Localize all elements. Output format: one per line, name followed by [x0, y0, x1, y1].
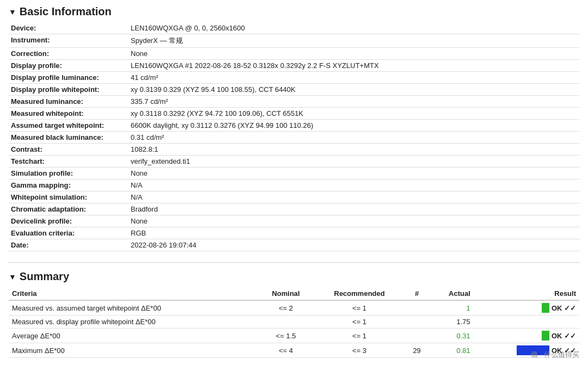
- table-row: Measured vs. display profile whitepoint …: [9, 315, 579, 329]
- actual-cell: 0.31: [428, 329, 474, 343]
- col-result: Result: [474, 287, 579, 300]
- basic-info-section: ▼ Basic Information Device: LEN160WQXGA …: [9, 5, 579, 251]
- recommended-cell: <= 1: [314, 329, 406, 343]
- table-row: Measured black luminance: 0.31 cd/m²: [9, 132, 579, 144]
- row-label: Instrument:: [9, 34, 128, 48]
- basic-info-table: Device: LEN160WQXGA @ 0, 0, 2560x1600 In…: [9, 22, 579, 251]
- row-value: None: [128, 215, 579, 227]
- col-hash: #: [405, 287, 428, 300]
- table-row: Correction: None: [9, 48, 579, 60]
- table-row: Gamma mapping: N/A: [9, 180, 579, 191]
- nominal-cell: <= 4: [258, 343, 313, 358]
- table-row: Measured luminance: 335.7 cd/m²: [9, 96, 579, 108]
- col-criteria: Criteria: [9, 287, 258, 300]
- basic-info-title: ▼ Basic Information: [9, 5, 579, 18]
- row-label: Display profile luminance:: [9, 72, 128, 84]
- recommended-cell: <= 1: [314, 315, 406, 329]
- hash-cell: [405, 329, 428, 343]
- row-value: N/A: [128, 191, 579, 203]
- table-row: Devicelink profile: None: [9, 215, 579, 227]
- collapse-triangle-basic[interactable]: ▼: [9, 8, 16, 16]
- row-value: Bradford: [128, 203, 579, 215]
- row-value: RGB: [128, 227, 579, 239]
- row-label: Whitepoint simulation:: [9, 191, 128, 203]
- row-value: 41 cd/m²: [128, 72, 579, 84]
- hash-cell: 29: [405, 343, 428, 358]
- row-label: Correction:: [9, 48, 128, 60]
- summary-table: Criteria Nominal Recommended # Actual Re…: [9, 287, 579, 358]
- row-label: Display profile:: [9, 60, 128, 72]
- row-label: Evaluation criteria:: [9, 227, 128, 239]
- table-row: Simulation profile: None: [9, 168, 579, 180]
- row-value: 6600K daylight, xy 0.3112 0.3276 (XYZ 94…: [128, 120, 579, 132]
- result-text: OK ✓✓: [552, 304, 576, 312]
- row-label: Simulation profile:: [9, 168, 128, 180]
- row-label: Date:: [9, 239, 128, 251]
- table-row: Average ΔE*00 <= 1.5 <= 1 0.31 OK ✓✓: [9, 329, 579, 343]
- result-ok: OK ✓✓: [477, 331, 576, 341]
- criteria-cell: Average ΔE*00: [9, 329, 258, 343]
- row-value: SpyderX — 常规: [128, 34, 579, 48]
- summary-title: ▼ Summary: [9, 270, 579, 283]
- row-label: Gamma mapping:: [9, 180, 128, 191]
- row-label: Display profile whitepoint:: [9, 84, 128, 96]
- table-row: Contrast: 1082.8:1: [9, 144, 579, 156]
- table-row: Measured whitepoint: xy 0.3118 0.3292 (X…: [9, 108, 579, 120]
- result-text: OK ✓✓: [552, 332, 576, 340]
- table-row: Assumed target whitepoint: 6600K dayligh…: [9, 120, 579, 132]
- result-cell: OK ✓✓: [474, 329, 579, 343]
- col-nominal: Nominal: [258, 287, 313, 300]
- table-row: Instrument: SpyderX — 常规: [9, 34, 579, 48]
- table-row: Display profile whitepoint: xy 0.3139 0.…: [9, 84, 579, 96]
- footer-logo: 值 · 什么值得买: [531, 350, 579, 360]
- row-value: 0.31 cd/m²: [128, 132, 579, 144]
- row-value: xy 0.3139 0.329 (XYZ 95.4 100 108.55), C…: [128, 84, 579, 96]
- collapse-triangle-summary[interactable]: ▼: [9, 273, 16, 281]
- table-row: Whitepoint simulation: N/A: [9, 191, 579, 203]
- nominal-cell: [258, 315, 313, 329]
- criteria-cell: Measured vs. assumed target whitepoint Δ…: [9, 300, 258, 315]
- table-row: Date: 2022-08-26 19:07:44: [9, 239, 579, 251]
- row-value: N/A: [128, 180, 579, 191]
- col-actual: Actual: [428, 287, 474, 300]
- row-label: Measured black luminance:: [9, 132, 128, 144]
- row-value: xy 0.3118 0.3292 (XYZ 94.72 100 109.06),…: [128, 108, 579, 120]
- row-value: 335.7 cd/m²: [128, 96, 579, 108]
- nominal-cell: <= 1.5: [258, 329, 313, 343]
- summary-section: ▼ Summary Criteria Nominal Recommended #…: [9, 270, 579, 365]
- table-row: Display profile: LEN160WQXGA #1 2022-08-…: [9, 60, 579, 72]
- hash-cell: [405, 300, 428, 315]
- row-label: Chromatic adaptation:: [9, 203, 128, 215]
- row-label: Devicelink profile:: [9, 215, 128, 227]
- result-bar-green: [542, 331, 549, 341]
- table-row: Chromatic adaptation: Bradford: [9, 203, 579, 215]
- result-cell: OK ✓✓: [474, 300, 579, 315]
- table-row: Display profile luminance: 41 cd/m²: [9, 72, 579, 84]
- row-value: LEN160WQXGA @ 0, 0, 2560x1600: [128, 22, 579, 34]
- summary-heading: Summary: [20, 270, 69, 283]
- row-value: 2022-08-26 19:07:44: [128, 239, 579, 251]
- summary-header-row: Criteria Nominal Recommended # Actual Re…: [9, 287, 579, 300]
- recommended-cell: <= 1: [314, 300, 406, 315]
- table-row: Maximum ΔE*00 <= 4 <= 3 29 0.81 OK ✓✓: [9, 343, 579, 358]
- table-row: Device: LEN160WQXGA @ 0, 0, 2560x1600: [9, 22, 579, 34]
- recommended-cell: <= 3: [314, 343, 406, 358]
- table-row: Evaluation criteria: RGB: [9, 227, 579, 239]
- row-label: Measured whitepoint:: [9, 108, 128, 120]
- row-value: None: [128, 48, 579, 60]
- nominal-cell: <= 2: [258, 300, 313, 315]
- row-value: 1082.8:1: [128, 144, 579, 156]
- table-row: Measured vs. assumed target whitepoint Δ…: [9, 300, 579, 315]
- result-cell: [474, 315, 579, 329]
- row-label: Contrast:: [9, 144, 128, 156]
- section-divider: [9, 262, 579, 263]
- criteria-cell: Measured vs. display profile whitepoint …: [9, 315, 258, 329]
- actual-cell: 0.81: [428, 343, 474, 358]
- result-bar-green: [542, 303, 549, 313]
- result-ok: OK ✓✓: [477, 303, 576, 313]
- row-value: verify_extended.ti1: [128, 156, 579, 168]
- table-row: Testchart: verify_extended.ti1: [9, 156, 579, 168]
- row-value: None: [128, 168, 579, 180]
- criteria-cell: Maximum ΔE*00: [9, 343, 258, 358]
- row-label: Assumed target whitepoint:: [9, 120, 128, 132]
